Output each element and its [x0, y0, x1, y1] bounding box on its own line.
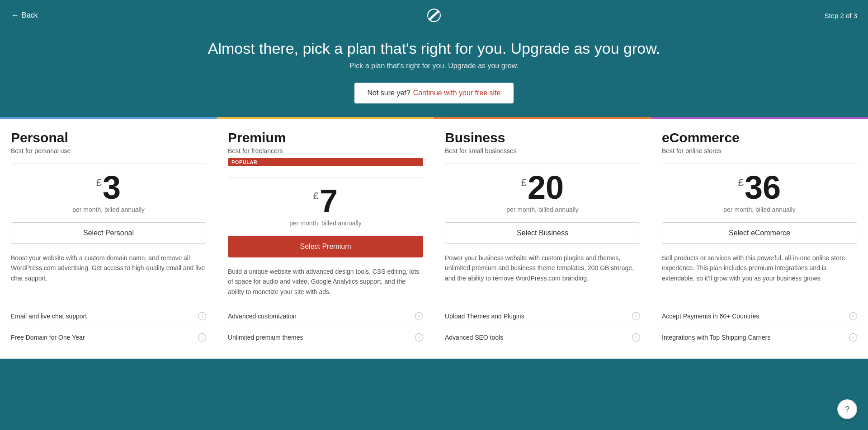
plan-card-ecommerce: eCommerce Best for online stores £ 36 pe… — [651, 117, 868, 359]
billing-period: per month, billed annually — [662, 206, 857, 213]
feature-label: Unlimited premium themes — [228, 334, 303, 341]
feature-row: Free Domain for One Year i — [11, 327, 206, 348]
plan-tagline: Best for personal use — [11, 147, 206, 154]
info-icon[interactable]: i — [198, 312, 206, 320]
billing-period: per month, billed annually — [228, 220, 423, 227]
feature-row: Integrations with Top Shipping Carriers … — [662, 327, 857, 348]
feature-label: Upload Themes and Plugins — [445, 313, 524, 320]
plan-description: Power your business website with custom … — [445, 253, 640, 297]
billing-period: per month, billed annually — [445, 206, 640, 213]
select-personal-button[interactable]: Select Personal — [11, 222, 206, 244]
feature-row: Upload Themes and Plugins i — [445, 306, 640, 327]
price-area: £ 36 per month, billed annually — [662, 173, 857, 213]
info-icon[interactable]: i — [632, 312, 640, 320]
plan-divider — [662, 164, 857, 164]
free-site-prompt: Not sure yet? — [367, 89, 410, 97]
plan-description: Build a unique website with advanced des… — [228, 266, 423, 297]
info-icon[interactable]: i — [198, 333, 206, 341]
price-display: £ 7 — [228, 187, 423, 216]
feature-row: Email and live chat support i — [11, 306, 206, 327]
feature-row: Unlimited premium themes i — [228, 327, 423, 348]
billing-period: per month, billed annually — [11, 206, 206, 213]
feature-label: Advanced customization — [228, 313, 297, 320]
free-site-link[interactable]: Continue with your free site — [413, 89, 501, 97]
select-business-button[interactable]: Select Business — [445, 222, 640, 244]
info-icon[interactable]: i — [415, 312, 423, 320]
plan-divider — [445, 164, 640, 164]
plan-tagline: Best for online stores — [662, 147, 857, 154]
back-link[interactable]: ← Back — [11, 11, 38, 20]
hero-subtitle: Pick a plan that's right for you. Upgrad… — [11, 62, 857, 70]
feature-label: Free Domain for One Year — [11, 334, 85, 341]
currency-symbol: £ — [96, 178, 102, 187]
price-display: £ 36 — [662, 173, 857, 202]
plan-name: eCommerce — [662, 130, 857, 145]
step-indicator: Step 2 of 3 — [824, 12, 857, 19]
page-header: ← Back Step 2 of 3 — [0, 0, 868, 31]
price-display: £ 20 — [445, 173, 640, 202]
price-number: 3 — [103, 173, 121, 202]
feature-label: Email and live chat support — [11, 313, 87, 320]
feature-row: Accept Payments in 60+ Countries i — [662, 306, 857, 327]
popular-badge: POPULAR — [228, 158, 423, 166]
plan-card-business: Business Best for small businesses £ 20 … — [434, 117, 651, 359]
feature-label: Advanced SEO tools — [445, 334, 503, 341]
back-arrow-icon: ← — [11, 11, 19, 20]
currency-symbol: £ — [521, 178, 527, 187]
price-number: 36 — [745, 173, 781, 202]
wordpress-logo — [426, 7, 442, 23]
plans-grid: Personal Best for personal use £ 3 per m… — [0, 117, 868, 359]
plan-card-premium: Premium Best for freelancers POPULAR £ 7… — [217, 117, 434, 359]
feature-row: Advanced customization i — [228, 306, 423, 327]
price-area: £ 3 per month, billed annually — [11, 173, 206, 213]
feature-label: Integrations with Top Shipping Carriers — [662, 334, 770, 341]
plan-tagline: Best for freelancers — [228, 147, 423, 154]
plan-name: Personal — [11, 130, 206, 145]
plan-description: Sell products or services with this powe… — [662, 253, 857, 297]
plan-name: Business — [445, 130, 640, 145]
select-ecommerce-button[interactable]: Select eCommerce — [662, 222, 857, 244]
info-icon[interactable]: i — [632, 333, 640, 341]
currency-symbol: £ — [738, 178, 744, 187]
plan-divider — [228, 177, 423, 178]
free-site-banner: Not sure yet? Continue with your free si… — [354, 83, 513, 103]
hero-title: Almost there, pick a plan that's right f… — [11, 40, 857, 57]
plan-name: Premium — [228, 130, 423, 145]
plan-card-personal: Personal Best for personal use £ 3 per m… — [0, 117, 217, 359]
currency-symbol: £ — [313, 191, 319, 201]
plan-divider — [11, 164, 206, 164]
select-premium-button[interactable]: Select Premium — [228, 236, 423, 257]
price-display: £ 3 — [11, 173, 206, 202]
price-area: £ 7 per month, billed annually — [228, 187, 423, 227]
price-area: £ 20 per month, billed annually — [445, 173, 640, 213]
info-icon[interactable]: i — [415, 333, 423, 341]
plan-tagline: Best for small businesses — [445, 147, 640, 154]
price-number: 20 — [528, 173, 564, 202]
back-label: Back — [22, 11, 38, 19]
hero-section: Almost there, pick a plan that's right f… — [0, 31, 868, 117]
price-number: 7 — [320, 187, 338, 216]
feature-label: Accept Payments in 60+ Countries — [662, 313, 759, 320]
help-button[interactable]: ? — [837, 399, 857, 419]
info-icon[interactable]: i — [849, 333, 857, 341]
plan-description: Boost your website with a custom domain … — [11, 253, 206, 297]
feature-row: Advanced SEO tools i — [445, 327, 640, 348]
info-icon[interactable]: i — [849, 312, 857, 320]
